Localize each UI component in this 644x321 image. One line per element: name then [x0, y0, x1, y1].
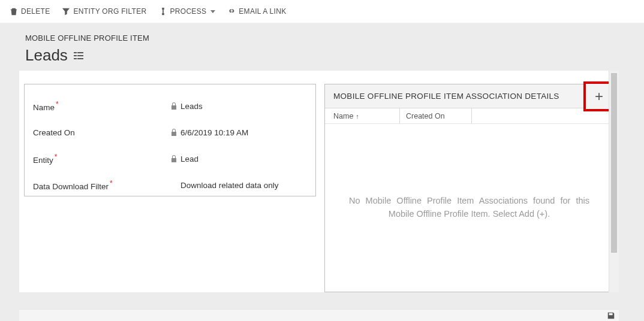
- svg-rect-3: [74, 52, 77, 53]
- field-label-name: Name*: [33, 100, 171, 112]
- field-label-entity: Entity*: [33, 153, 171, 165]
- process-button[interactable]: PROCESS: [155, 5, 219, 18]
- column-header-name[interactable]: Name ↑: [325, 108, 400, 123]
- svg-rect-7: [74, 58, 77, 59]
- svg-rect-2: [162, 10, 164, 13]
- process-label: PROCESS: [170, 7, 207, 16]
- vertical-scrollbar[interactable]: [609, 71, 619, 292]
- field-label-created-on: Created On: [33, 128, 171, 137]
- lock-icon: [171, 129, 177, 136]
- entity-type-label: MOBILE OFFLINE PROFILE ITEM: [25, 34, 644, 43]
- trash-icon: [10, 7, 18, 16]
- scroll-thumb[interactable]: [611, 73, 617, 253]
- delete-button[interactable]: DELETE: [6, 5, 53, 18]
- save-button[interactable]: [607, 311, 615, 320]
- page-background: MOBILE OFFLINE PROFILE ITEM Leads Name*: [0, 23, 644, 321]
- field-value-entity[interactable]: Lead: [171, 155, 198, 163]
- status-bar: [19, 309, 619, 321]
- chevron-down-icon: [210, 10, 215, 13]
- svg-rect-1: [162, 13, 164, 16]
- delete-label: DELETE: [21, 7, 50, 16]
- filter-label: ENTITY ORG FILTER: [73, 7, 146, 16]
- field-value-data-download-filter[interactable]: Download related data only: [171, 181, 279, 190]
- svg-rect-4: [77, 52, 83, 53]
- page-header: MOBILE OFFLINE PROFILE ITEM Leads: [0, 23, 644, 71]
- lock-icon: [171, 155, 177, 162]
- funnel-icon: [62, 7, 70, 16]
- page-title: Leads: [25, 46, 68, 65]
- content-card: Name* Leads Created On 6/6/2019 10:19 AM: [19, 71, 619, 292]
- plus-icon: +: [595, 88, 603, 105]
- sort-ascending-icon: ↑: [356, 113, 359, 120]
- svg-rect-0: [162, 8, 164, 10]
- svg-rect-6: [77, 55, 83, 56]
- svg-rect-8: [77, 58, 83, 59]
- field-value-name[interactable]: Leads: [171, 102, 203, 111]
- email-label: EMAIL A LINK: [239, 7, 286, 16]
- command-bar: DELETE ENTITY ORG FILTER PROCESS EMAIL A…: [0, 0, 644, 23]
- association-panel-title: MOBILE OFFLINE PROFILE ITEM ASSOCIATION …: [333, 92, 559, 101]
- form-selector-icon[interactable]: [74, 52, 83, 60]
- entity-org-filter-button[interactable]: ENTITY ORG FILTER: [58, 5, 150, 18]
- association-grid-header: Name ↑ Created On: [325, 108, 613, 124]
- svg-rect-5: [74, 55, 77, 56]
- lock-icon: [171, 102, 177, 110]
- form-fields-panel: Name* Leads Created On 6/6/2019 10:19 AM: [24, 84, 316, 196]
- column-header-created-on[interactable]: Created On: [400, 108, 472, 123]
- email-a-link-button[interactable]: EMAIL A LINK: [224, 5, 290, 18]
- association-details-panel: MOBILE OFFLINE PROFILE ITEM ASSOCIATION …: [324, 84, 614, 292]
- link-icon: [227, 7, 236, 16]
- field-value-created-on[interactable]: 6/6/2019 10:19 AM: [171, 128, 248, 137]
- field-label-data-download-filter: Data Download Filter*: [33, 179, 171, 191]
- process-icon: [159, 7, 167, 16]
- empty-grid-message: No Mobile Offline Profile Item Associati…: [325, 124, 613, 292]
